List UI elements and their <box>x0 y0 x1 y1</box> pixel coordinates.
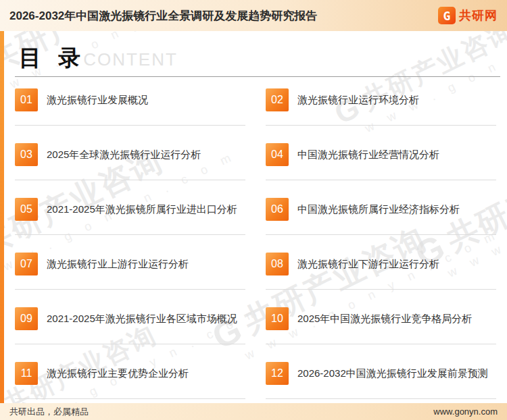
toc-item-04[interactable]: 04 中国激光振镜行业经营情况分析 <box>266 143 496 166</box>
toc-number-badge: 08 <box>266 253 289 275</box>
toc-cell: 09 2021-2025年激光振镜行业各区域市场概况 <box>15 307 245 362</box>
toc-item-label: 2025年全球激光振镜行业运行分析 <box>47 147 201 162</box>
toc-number-badge: 10 <box>266 307 289 330</box>
toc-item-label: 激光振镜行业运行环境分析 <box>297 93 419 107</box>
toc-divider <box>266 234 496 235</box>
toc-item-label: 激光振镜行业上游行业运行分析 <box>47 257 189 271</box>
toc-item-06[interactable]: 06 中国激光振镜所属行业经济指标分析 <box>266 198 496 221</box>
footer-slogan: 共研出品，必属精品 <box>9 406 89 418</box>
toc-title: 目 录 <box>19 43 86 74</box>
toc-item-label: 2026-2032中国激光振镜行业发展前景预测 <box>297 366 488 381</box>
toc-item-label: 中国激光振镜行业经营情况分析 <box>297 147 439 162</box>
toc-item-09[interactable]: 09 2021-2025年激光振镜行业各区域市场概况 <box>15 307 245 330</box>
toc-number-badge: 11 <box>15 362 38 385</box>
toc-cell: 01 激光振镜行业发展概况 <box>15 88 245 143</box>
toc-number-badge: 02 <box>266 88 289 111</box>
toc-number-badge: 05 <box>15 198 38 221</box>
page-footer: 共研出品，必属精品 www.gonyn.com <box>0 403 507 420</box>
toc-cell: 04 中国激光振镜行业经营情况分析 <box>266 143 496 198</box>
toc-divider <box>266 289 496 290</box>
toc-heading: 目 录 CONTENT <box>19 43 178 74</box>
toc-item-07[interactable]: 07 激光振镜行业上游行业运行分析 <box>15 253 245 275</box>
toc-item-label: 2021-2025年激光振镜行业各区域市场概况 <box>47 311 237 326</box>
toc-divider <box>266 344 496 344</box>
toc-cell: 06 中国激光振镜所属行业经济指标分析 <box>266 198 496 253</box>
toc-divider <box>266 398 496 399</box>
gonyn-logo-icon: G <box>438 7 456 24</box>
toc-number-badge: 12 <box>266 362 289 385</box>
footer-url[interactable]: www.gonyn.com <box>433 406 498 417</box>
toc-divider <box>15 398 245 399</box>
toc-item-11[interactable]: 11 激光振镜行业主要优势企业分析 <box>15 362 245 385</box>
toc-cell: 10 2025年中国激光振镜行业竞争格局分析 <box>266 307 496 362</box>
toc-item-label: 2021-2025年激光振镜所属行业进出口分析 <box>47 202 237 217</box>
page-header: 2026-2032年中国激光振镜行业全景调研及发展趋势研究报告 G 共研网 <box>0 0 507 31</box>
toc-divider <box>15 125 245 126</box>
report-title: 2026-2032年中国激光振镜行业全景调研及发展趋势研究报告 <box>9 8 317 24</box>
toc-item-01[interactable]: 01 激光振镜行业发展概况 <box>15 88 245 111</box>
toc-subtitle: CONTENT <box>83 49 178 70</box>
gonyn-logo[interactable]: G 共研网 <box>438 7 498 24</box>
toc-divider <box>15 180 245 180</box>
toc-number-badge: 07 <box>15 253 38 275</box>
toc-cell: 08 激光振镜行业下游行业运行分析 <box>266 253 496 307</box>
toc-divider <box>266 125 496 126</box>
toc-number-badge: 06 <box>266 198 289 221</box>
toc-item-08[interactable]: 08 激光振镜行业下游行业运行分析 <box>266 253 496 275</box>
toc-divider <box>15 234 245 235</box>
toc-number-badge: 04 <box>266 143 289 166</box>
toc-divider <box>15 289 245 290</box>
toc-item-label: 激光振镜行业下游行业运行分析 <box>297 257 439 271</box>
toc-cell: 03 2025年全球激光振镜行业运行分析 <box>15 143 245 198</box>
toc-heading-rule <box>15 76 500 77</box>
toc-divider <box>15 344 245 344</box>
toc-divider <box>266 180 496 180</box>
toc-cell: 05 2021-2025年激光振镜所属行业进出口分析 <box>15 198 245 253</box>
toc-item-03[interactable]: 03 2025年全球激光振镜行业运行分析 <box>15 143 245 166</box>
toc-cell: 02 激光振镜行业运行环境分析 <box>266 88 496 143</box>
gonyn-logo-text: 共研网 <box>459 7 498 24</box>
toc-number-badge: 09 <box>15 307 38 330</box>
toc-item-label: 中国激光振镜所属行业经济指标分析 <box>297 202 460 217</box>
toc-number-badge: 01 <box>15 88 38 111</box>
toc-item-label: 激光振镜行业发展概况 <box>47 93 148 107</box>
left-accent-bar <box>0 31 4 403</box>
toc-item-label: 2025年中国激光振镜行业竞争格局分析 <box>297 311 472 326</box>
report-toc-page: G共研产业咨询 w w w . g o n y n . c o m G共研产业咨… <box>0 0 507 420</box>
toc-item-05[interactable]: 05 2021-2025年激光振镜所属行业进出口分析 <box>15 198 245 221</box>
toc-item-label: 激光振镜行业主要优势企业分析 <box>47 366 189 381</box>
toc-cell: 07 激光振镜行业上游行业运行分析 <box>15 253 245 307</box>
toc-number-badge: 03 <box>15 143 38 166</box>
toc-item-12[interactable]: 12 2026-2032中国激光振镜行业发展前景预测 <box>266 362 496 385</box>
toc-item-10[interactable]: 10 2025年中国激光振镜行业竞争格局分析 <box>266 307 496 330</box>
toc-item-02[interactable]: 02 激光振镜行业运行环境分析 <box>266 88 496 111</box>
toc-grid: 01 激光振镜行业发展概况 02 激光振镜行业运行环境分析 03 2025年全球… <box>15 88 496 417</box>
